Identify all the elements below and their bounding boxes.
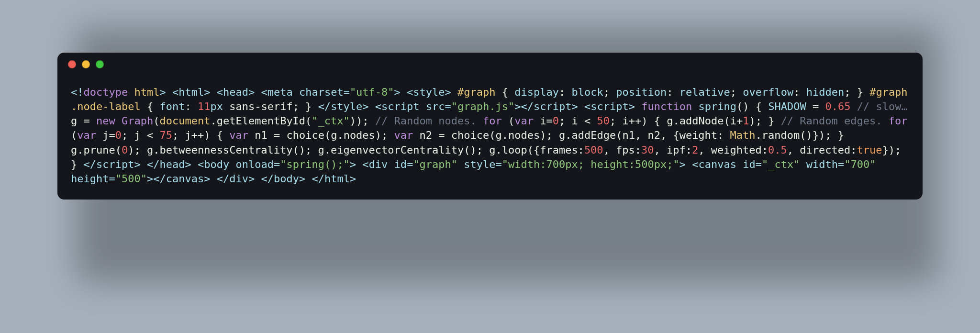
code-token: Math (730, 129, 756, 141)
code-token (736, 158, 743, 170)
code-token: canvas (698, 158, 736, 170)
code-token (477, 115, 483, 127)
code-token: > < (185, 158, 204, 170)
code-token: ); g.betweennessCentrality(); g.eigenvec… (128, 144, 584, 156)
code-token: </ (84, 158, 97, 170)
code-token: "graph.js" (451, 100, 514, 112)
code-token: > < (679, 158, 699, 170)
code-token: style (464, 158, 495, 170)
code-token: width (806, 158, 838, 170)
code-token: // Random edges. (781, 115, 882, 127)
code-token: , directed: (787, 144, 857, 156)
code-token: > (147, 173, 153, 185)
code-token: : (559, 86, 572, 98)
code-token (128, 86, 134, 98)
code-token: #graph (869, 86, 907, 98)
code-token: new (96, 115, 115, 127)
code-token: body (204, 158, 229, 170)
code-token: ; j < (122, 129, 159, 141)
code-token: > </ (204, 173, 229, 185)
code-token: true (857, 144, 882, 156)
code-token: onload (235, 158, 273, 170)
code-token: var (77, 129, 96, 141)
code-token: div (229, 173, 248, 185)
code-token: = (838, 158, 844, 170)
code-token: .node-label (71, 100, 141, 112)
code-token: .getElementById( (210, 115, 312, 127)
code-token: var (394, 129, 413, 141)
code-token: head (159, 158, 185, 170)
code-token: src (426, 100, 445, 112)
code-token: id (743, 158, 756, 170)
code-token (115, 115, 122, 127)
code-token: height (71, 173, 109, 185)
code-token: script (381, 100, 419, 112)
code-token: = (274, 158, 280, 170)
code-token: = (344, 86, 350, 98)
code-token: , weighted: (698, 144, 768, 156)
code-token: charset (299, 86, 344, 98)
code-token: #graph (457, 86, 495, 98)
code-token: "graph" (413, 158, 457, 170)
code-token: > < (394, 86, 413, 98)
code-token: 11 (198, 100, 211, 112)
code-token: > (629, 100, 642, 112)
code-token: script (590, 100, 628, 112)
code-token: document (159, 115, 210, 127)
code-token: sans-serif; } (223, 100, 318, 112)
code-token: html (178, 86, 204, 98)
code-token (908, 86, 914, 98)
code-token: var (514, 115, 534, 127)
traffic-light-close-icon[interactable] (68, 60, 76, 68)
code-token: "_ctx" (762, 158, 800, 170)
code-token: n1 = choice(g.nodes); (248, 129, 394, 141)
code-content[interactable]: <!doctype html> <html> <head> <meta char… (57, 76, 923, 200)
code-token: <! (71, 86, 84, 98)
code-token: ; (730, 86, 743, 98)
code-token: > </ (134, 158, 159, 170)
code-token: 500 (584, 144, 603, 156)
code-token: )); (350, 115, 375, 127)
code-token: ; j++) { (172, 129, 229, 141)
code-token: head (223, 86, 248, 98)
code-token: 1 (743, 115, 749, 127)
code-token: = (407, 158, 413, 170)
code-token: > < (248, 86, 267, 98)
code-token: "500" (115, 173, 147, 185)
code-token: > < (350, 158, 369, 170)
code-token: script (96, 158, 134, 170)
code-token: overflow (743, 86, 793, 98)
code-token: id (394, 158, 407, 170)
code-token: 50 (597, 115, 610, 127)
code-token: = (109, 173, 115, 185)
code-token: () { (736, 100, 768, 112)
code-token: hidden (806, 86, 844, 98)
traffic-light-minimize-icon[interactable] (82, 60, 90, 68)
code-token (882, 115, 889, 127)
code-token: canvas (166, 173, 204, 185)
code-token: > < (362, 100, 381, 112)
code-token: 0.5 (768, 144, 787, 156)
code-token: "700" (844, 158, 876, 170)
code-token: style (331, 100, 362, 112)
code-token: j= (96, 129, 115, 141)
code-token: html (134, 86, 159, 98)
code-token: ( (153, 115, 159, 127)
code-token: : (185, 100, 198, 112)
code-token: block (572, 86, 603, 98)
code-token: = (756, 158, 762, 170)
code-token: display (514, 86, 559, 98)
code-token: > </ (248, 173, 274, 185)
titlebar (57, 53, 923, 76)
code-token: SHADOW (768, 100, 806, 112)
code-token: "spring();" (280, 158, 350, 170)
code-token: script (534, 100, 571, 112)
code-token: ); } (749, 115, 780, 127)
code-token: font (159, 100, 185, 112)
code-token: > (350, 173, 356, 185)
page-stage: <!doctype html> <html> <head> <meta char… (0, 0, 980, 333)
code-window: <!doctype html> <html> <head> <meta char… (57, 53, 923, 200)
code-token (876, 158, 882, 170)
traffic-light-zoom-icon[interactable] (96, 60, 104, 68)
code-token: , fps: (603, 144, 641, 156)
